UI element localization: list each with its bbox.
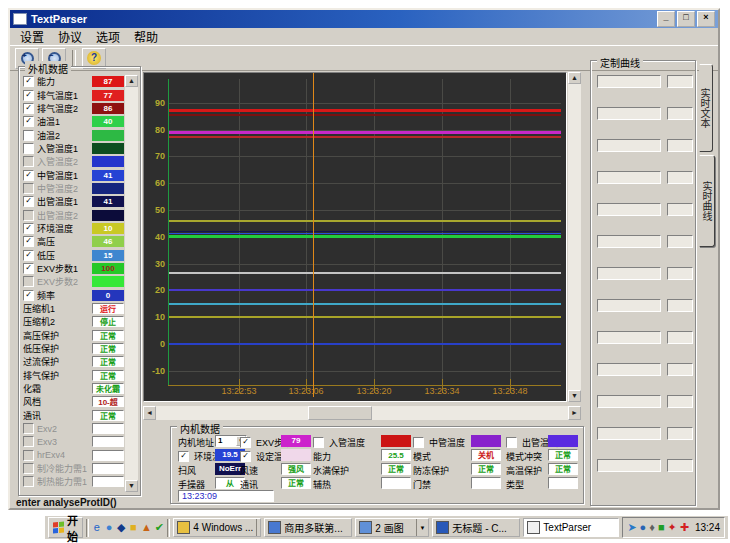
taskbar-button-2[interactable]: 商用多联第... [264, 518, 352, 537]
scroll-left-button[interactable]: ◄ [143, 406, 156, 420]
indoor-label: 入管温度 [313, 435, 365, 449]
indoor-value-column: 关机正常 [471, 435, 501, 491]
checkbox[interactable]: ✓ [23, 103, 34, 114]
scrollbar-track[interactable] [125, 87, 138, 480]
checkbox[interactable] [23, 450, 34, 461]
row-label: 出管温度2 [37, 209, 78, 222]
chart-plot[interactable]: 9080706050403020100-1013:22:5313:23:0613… [143, 72, 567, 402]
scroll-right-button[interactable]: ► [568, 406, 581, 420]
outdoor-row: Exv3 [23, 435, 124, 448]
menu-item-protocol[interactable]: 协议 [51, 27, 89, 46]
checkbox[interactable] [23, 143, 34, 154]
pigeon-icon[interactable]: ➤ [627, 520, 636, 535]
taskbar-button-1[interactable]: 4 Windows ...▼ [173, 518, 261, 537]
checkbox[interactable] [23, 156, 34, 167]
clock: 13:24 [692, 522, 720, 533]
outdoor-row: 低压保护正常 [23, 342, 124, 355]
value-badge [92, 210, 124, 221]
taskbar-button-5[interactable]: TextParser [523, 518, 619, 537]
checkbox[interactable] [506, 437, 517, 448]
ie-icon[interactable]: e [92, 520, 101, 535]
checkbox[interactable] [23, 476, 34, 487]
checkbox[interactable]: ✓ [23, 250, 34, 261]
taskbar-button-3[interactable]: 2 画图▼ [355, 518, 429, 537]
checkbox[interactable] [413, 437, 424, 448]
row-label: 高压保护 [23, 329, 59, 342]
curve-name-field [597, 75, 661, 88]
outdoor-scrollbar[interactable]: ▲ ▼ [125, 75, 138, 492]
outdoor-row: ✓频率0 [23, 289, 124, 302]
menu-item-help[interactable]: 帮助 [127, 27, 165, 46]
chart-hscrollbar[interactable]: ◄ ► [143, 406, 581, 420]
value-badge: 10 [92, 223, 124, 234]
series-line [169, 220, 561, 222]
checkbox[interactable]: ✓ [23, 76, 34, 87]
download-icon[interactable]: ✚ [680, 520, 689, 535]
scrollbar-track[interactable] [568, 84, 581, 390]
checkbox[interactable]: ✓ [240, 451, 251, 462]
messenger-icon[interactable]: ◆ [117, 520, 126, 535]
start-button[interactable]: 开始 [48, 517, 83, 538]
minimize-button[interactable]: _ [657, 11, 675, 27]
checkbox[interactable] [23, 130, 34, 141]
checkbox[interactable]: ✓ [23, 223, 34, 234]
checkbox[interactable]: ✓ [23, 116, 34, 127]
dropdown-arrow-icon[interactable]: ▼ [256, 519, 261, 536]
volume-icon[interactable]: ♦ [649, 520, 655, 535]
checkbox[interactable] [23, 436, 34, 447]
checkbox[interactable] [313, 437, 324, 448]
checkbox[interactable]: ✓ [240, 437, 251, 448]
outdoor-row: ✓油温140 [23, 115, 124, 128]
scrollbar-thumb[interactable] [308, 406, 372, 420]
curve-name-field [597, 267, 661, 280]
outdoor-row: 入管温度2 [23, 155, 124, 168]
curve-value-field [667, 395, 693, 408]
menu-item-options[interactable]: 选项 [89, 27, 127, 46]
checkbox[interactable]: ✓ [23, 263, 34, 274]
menubar: 设置协议选项帮助 [10, 28, 718, 46]
antivirus-icon[interactable]: ■ [658, 520, 665, 535]
curve-name-field [597, 203, 661, 216]
im-icon[interactable]: ● [640, 520, 647, 535]
curve-value-field [667, 331, 693, 344]
side-tab-2[interactable]: 实时曲线 [699, 155, 715, 247]
security-icon[interactable]: ▲ [141, 520, 152, 535]
taskbar-button-4[interactable]: 无标题 - C... [432, 518, 520, 537]
chart-vscrollbar[interactable]: ▲ ▼ [568, 72, 581, 402]
scroll-up-button[interactable]: ▲ [568, 72, 581, 84]
restore-button[interactable]: □ [677, 11, 695, 27]
update-icon[interactable]: ✔ [155, 520, 164, 535]
side-tab-1[interactable]: 实时文本 [699, 64, 713, 152]
browser-icon[interactable]: ● [104, 520, 113, 535]
label-text: 手操器 [178, 478, 205, 491]
value-field [92, 463, 124, 474]
close-button[interactable]: × [697, 11, 715, 27]
label-text: 模式冲突 [506, 450, 542, 463]
checkbox[interactable] [23, 276, 34, 287]
monitor-icon[interactable]: ✦ [668, 520, 677, 535]
scroll-down-button[interactable]: ▼ [568, 390, 581, 402]
outdoor-row: 通讯正常 [23, 409, 124, 422]
checkbox[interactable]: ✓ [23, 290, 34, 301]
checkbox[interactable]: ✓ [23, 90, 34, 101]
menu-item-settings[interactable]: 设置 [13, 27, 51, 46]
dropdown-arrow-icon[interactable]: ▼ [416, 519, 425, 536]
checkbox[interactable] [23, 463, 34, 474]
outdoor-row: ✓能力87 [23, 75, 124, 88]
checkbox[interactable]: ✓ [23, 196, 34, 207]
checkbox[interactable]: ✓ [23, 236, 34, 247]
scroll-up-button[interactable]: ▲ [125, 75, 138, 87]
checkbox[interactable] [23, 210, 34, 221]
label-text: 水满保护 [313, 464, 349, 477]
checkbox[interactable]: ✓ [23, 170, 34, 181]
checkbox[interactable] [23, 183, 34, 194]
checkbox[interactable]: ✓ [178, 451, 189, 462]
label-text: 内机地址 [178, 436, 214, 449]
titlebar[interactable]: TextParser _ □ × [10, 10, 718, 28]
curve-value-field [667, 427, 693, 440]
mail-icon[interactable]: ■ [129, 520, 138, 535]
checkbox[interactable] [23, 423, 34, 434]
indoor-label: 辅热 [313, 477, 365, 491]
scroll-down-button[interactable]: ▼ [125, 480, 138, 492]
label-text: 高温保护 [506, 464, 542, 477]
